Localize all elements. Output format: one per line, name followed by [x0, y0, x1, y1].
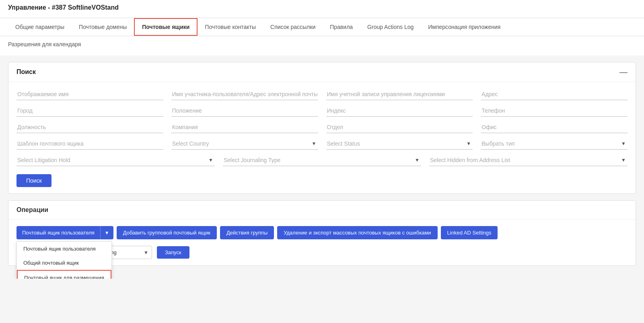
tabs-row2: Разрешения для календаря — [0, 36, 644, 56]
add-group-mailbox-button[interactable]: Добавить групповой почтовый ящик — [117, 226, 217, 239]
search-section: Поиск — — [8, 62, 636, 194]
index-field — [326, 105, 473, 117]
phone-field — [481, 105, 628, 117]
status-select-wrapper: Select Status ▼ — [326, 138, 473, 150]
page-title: Управление - #387 SoftlineVOStand — [8, 4, 636, 11]
phone-input[interactable] — [481, 105, 628, 117]
tab-mailboxes[interactable]: Почтовые ящики — [134, 18, 198, 36]
tab-impersonation[interactable]: Имперсонация приложения — [421, 18, 508, 36]
operations-title: Операции — [16, 206, 48, 213]
position-field — [171, 105, 318, 117]
department-field — [326, 121, 473, 133]
tab-general[interactable]: Общие параметры — [8, 18, 72, 36]
office-field — [481, 121, 628, 133]
address-field — [481, 88, 628, 100]
dropdown-item-shared-mailbox[interactable]: Общий почтовый ящик — [17, 256, 111, 270]
tab-maildomains[interactable]: Почтовые домены — [72, 18, 134, 36]
department-input[interactable] — [326, 121, 473, 133]
status-select[interactable]: Select Status — [326, 138, 473, 149]
license-account-field — [326, 88, 473, 100]
user-principal-name-input[interactable] — [171, 88, 318, 100]
city-input[interactable] — [16, 105, 163, 117]
journaling-type-select[interactable]: Select Journaling Type — [223, 154, 421, 166]
dropdown-item-user-mailbox[interactable]: Почтовый ящик пользователя — [17, 242, 111, 256]
display-name-input[interactable] — [16, 88, 163, 100]
tab-rules[interactable]: Правила — [323, 18, 360, 36]
split-button-main[interactable]: Почтовый ящик пользователя — [16, 226, 100, 239]
duty-field — [16, 121, 163, 133]
bulk-delete-button[interactable]: Удаление и экспорт массовых почтовых ящи… — [277, 226, 437, 239]
address-input[interactable] — [481, 88, 628, 100]
tab-groupactionslog[interactable]: Group Actions Log — [360, 18, 421, 36]
company-field — [171, 121, 318, 133]
dropdown-arrow-icon: ▼ — [105, 230, 109, 236]
tab-mailcontacts[interactable]: Почтовые контакты — [198, 18, 263, 36]
dropdown-item-resource-mailbox[interactable]: Почтовый ящик для размещения — [17, 270, 111, 279]
type-select[interactable]: Выбрать тип — [481, 138, 628, 149]
search-title: Поиск — [16, 68, 36, 76]
split-button-container: Почтовый ящик пользователя ▼ Почтовый ящ… — [16, 226, 113, 239]
tabs-row1: Общие параметры Почтовые домены Почтовые… — [0, 18, 644, 36]
split-dropdown-menu: Почтовый ящик пользователя Общий почтовы… — [16, 241, 112, 279]
office-input[interactable] — [481, 121, 628, 133]
country-select-wrapper: Select Country ▼ — [171, 138, 318, 150]
type-select-wrapper: Выбрать тип ▼ — [481, 138, 628, 150]
company-input[interactable] — [171, 121, 318, 133]
duty-input[interactable] — [16, 121, 163, 133]
split-button: Почтовый ящик пользователя ▼ — [16, 226, 113, 239]
run-button[interactable]: Запуск — [157, 246, 189, 259]
position-input[interactable] — [171, 105, 318, 117]
hidden-from-address-select-wrapper: Select Hidden from Address List ▼ — [429, 154, 628, 166]
license-account-input[interactable] — [326, 88, 473, 100]
city-field — [16, 105, 163, 117]
litigation-hold-select[interactable]: Select Litigation Hold — [16, 154, 215, 166]
operations-section: Операции Почтовый ящик пользователя ▼ По… — [8, 200, 636, 266]
tab-calendar-permissions[interactable]: Разрешения для календаря — [8, 36, 88, 52]
linked-ad-settings-button[interactable]: Linked AD Settings — [441, 226, 498, 239]
collapse-icon[interactable]: — — [619, 68, 628, 76]
mailbox-template-input[interactable] — [16, 138, 163, 150]
country-select[interactable]: Select Country — [171, 138, 318, 149]
display-name-field — [16, 88, 163, 100]
index-input[interactable] — [326, 105, 473, 117]
user-principal-name-field — [171, 88, 318, 100]
tab-mailinglist[interactable]: Список рассылки — [263, 18, 323, 36]
group-actions-button[interactable]: Действия группы — [220, 226, 274, 239]
mailbox-template-field — [16, 138, 163, 150]
search-button[interactable]: Поиск — [16, 174, 51, 187]
operations-buttons: Почтовый ящик пользователя ▼ Почтовый ящ… — [16, 226, 628, 239]
litigation-hold-select-wrapper: Select Litigation Hold ▼ — [16, 154, 215, 166]
split-button-dropdown[interactable]: ▼ — [100, 226, 113, 239]
journaling-type-select-wrapper: Select Journaling Type ▼ — [223, 154, 421, 166]
hidden-from-address-select[interactable]: Select Hidden from Address List — [429, 154, 628, 166]
